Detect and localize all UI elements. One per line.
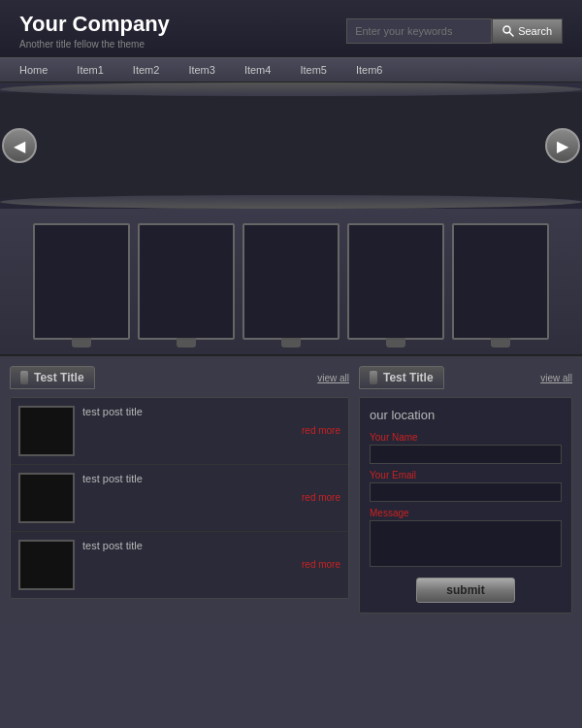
nav-item-1[interactable]: Item1 bbox=[77, 64, 104, 76]
right-section-tab[interactable]: Test Title bbox=[359, 366, 444, 389]
left-view-all[interactable]: view all bbox=[317, 373, 349, 383]
post-item-1: test post title red more bbox=[11, 398, 348, 465]
svg-line-1 bbox=[510, 32, 514, 36]
tagline: Another title fellow the theme bbox=[19, 39, 346, 50]
search-input[interactable] bbox=[346, 18, 492, 44]
thumb-card-4[interactable] bbox=[347, 223, 444, 340]
thumb-card-5[interactable] bbox=[452, 223, 549, 340]
left-tab-label: Test Title bbox=[34, 371, 84, 384]
message-textarea[interactable] bbox=[370, 520, 562, 567]
location-title: our location bbox=[370, 408, 562, 422]
post-title-2: test post title bbox=[82, 473, 340, 484]
read-more-1[interactable]: red more bbox=[82, 425, 340, 436]
search-area: Search bbox=[346, 18, 563, 44]
thumbnail-strip bbox=[0, 209, 582, 356]
tab-icon bbox=[20, 371, 28, 384]
nav-item-home[interactable]: Home bbox=[19, 64, 48, 76]
post-thumb-1 bbox=[18, 406, 75, 456]
name-input[interactable] bbox=[370, 445, 562, 464]
nav-item-4[interactable]: Item4 bbox=[244, 64, 272, 76]
chevron-left-icon: ◀ bbox=[14, 137, 25, 155]
right-tab-icon bbox=[370, 371, 377, 384]
thumb-card-2[interactable] bbox=[138, 223, 235, 340]
post-item-3: test post title red more bbox=[11, 532, 348, 598]
thumb-card-3[interactable] bbox=[242, 223, 340, 340]
hero-slider: ◀ ▶ bbox=[0, 83, 582, 209]
name-label: Your Name bbox=[370, 432, 562, 443]
left-column: Test Title view all test post title red … bbox=[10, 366, 349, 613]
post-thumb-3 bbox=[18, 540, 75, 590]
message-label: Message bbox=[370, 508, 562, 518]
post-item-2: test post title red more bbox=[11, 465, 348, 532]
search-button[interactable]: Search bbox=[492, 18, 563, 44]
post-list: test post title red more test post title… bbox=[10, 397, 349, 599]
nav: Home Item1 Item2 Item3 Item4 Item5 Item6 bbox=[0, 57, 582, 83]
read-more-3[interactable]: red more bbox=[82, 559, 340, 570]
email-label: Your Email bbox=[370, 470, 562, 480]
right-section-header: Test Title view all bbox=[359, 366, 572, 389]
post-content-1: test post title red more bbox=[82, 406, 340, 436]
post-thumb-2 bbox=[18, 473, 75, 523]
post-content-3: test post title red more bbox=[82, 540, 340, 570]
header: Your Company Another title fellow the th… bbox=[0, 0, 582, 57]
bottom-section: Test Title view all test post title red … bbox=[0, 356, 582, 623]
submit-button[interactable]: submit bbox=[416, 578, 514, 603]
left-section-tab[interactable]: Test Title bbox=[10, 366, 95, 389]
hero-content bbox=[0, 92, 582, 199]
location-box: our location Your Name Your Email Messag… bbox=[359, 397, 572, 613]
slider-next-button[interactable]: ▶ bbox=[545, 128, 580, 163]
left-section-header: Test Title view all bbox=[10, 366, 349, 389]
svg-point-0 bbox=[503, 26, 510, 33]
nav-item-5[interactable]: Item5 bbox=[300, 64, 327, 76]
right-tab-label: Test Title bbox=[383, 371, 434, 384]
post-title-3: test post title bbox=[82, 540, 340, 551]
right-column: Test Title view all our location Your Na… bbox=[359, 366, 572, 613]
post-title-1: test post title bbox=[82, 406, 340, 417]
right-view-all[interactable]: view all bbox=[540, 373, 572, 383]
logo-area: Your Company Another title fellow the th… bbox=[19, 12, 346, 50]
slider-prev-button[interactable]: ◀ bbox=[2, 128, 37, 163]
nav-item-2[interactable]: Item2 bbox=[133, 64, 160, 76]
search-button-label: Search bbox=[518, 25, 552, 37]
chevron-right-icon: ▶ bbox=[557, 137, 568, 155]
read-more-2[interactable]: red more bbox=[82, 492, 340, 503]
nav-item-6[interactable]: Item6 bbox=[356, 64, 383, 76]
email-input[interactable] bbox=[370, 482, 562, 502]
thumb-card-1[interactable] bbox=[33, 223, 130, 340]
search-icon bbox=[502, 25, 514, 37]
nav-item-3[interactable]: Item3 bbox=[188, 64, 215, 76]
company-name: Your Company bbox=[19, 12, 346, 37]
post-content-2: test post title red more bbox=[82, 473, 340, 503]
